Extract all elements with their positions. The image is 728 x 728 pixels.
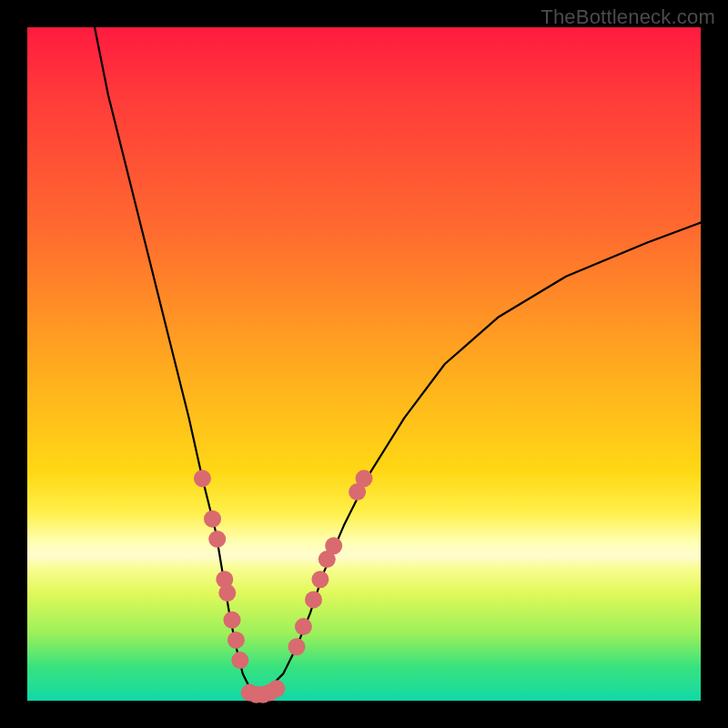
chart-svg bbox=[27, 27, 701, 701]
marker-point bbox=[218, 584, 236, 602]
watermark-text: TheBottleneck.com bbox=[541, 5, 715, 29]
marker-point bbox=[231, 652, 248, 669]
marker-point bbox=[325, 537, 342, 554]
marker-point bbox=[228, 632, 245, 649]
marker-point bbox=[194, 470, 211, 487]
marker-point bbox=[295, 618, 312, 635]
marker-point bbox=[204, 511, 221, 528]
marker-point bbox=[356, 470, 373, 487]
marker-point bbox=[305, 592, 322, 609]
marker-point bbox=[208, 531, 226, 548]
marker-point bbox=[311, 571, 329, 588]
plot-area bbox=[27, 27, 701, 701]
marker-group bbox=[194, 470, 373, 703]
marker-point bbox=[224, 612, 241, 629]
bottleneck-curve bbox=[95, 27, 701, 694]
marker-point bbox=[288, 638, 306, 655]
stage: TheBottleneck.com bbox=[0, 0, 728, 728]
marker-point bbox=[268, 680, 285, 697]
